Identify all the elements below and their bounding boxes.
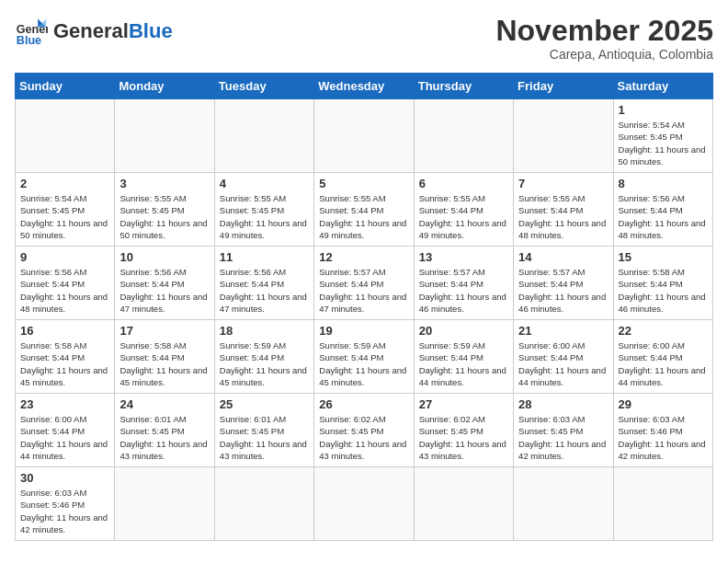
day-cell-26: 26 Sunrise: 6:02 AMSunset: 5:45 PMDaylig…: [314, 394, 414, 467]
day-cell-15: 15 Sunrise: 5:58 AMSunset: 5:44 PMDaylig…: [613, 247, 712, 320]
empty-cell: [214, 99, 313, 173]
day-number-4: 4: [220, 177, 309, 190]
day-number-11: 11: [220, 250, 309, 264]
title-block: November 2025 Carepa, Antioquia, Colombi…: [495, 15, 713, 62]
day-cell-19: 19 Sunrise: 5:59 AMSunset: 5:44 PMDaylig…: [314, 320, 414, 394]
day-cell-25: 25 Sunrise: 6:01 AMSunset: 5:45 PMDaylig…: [214, 394, 313, 467]
month-title: November 2025: [495, 15, 713, 47]
day-cell-18: 18 Sunrise: 5:59 AMSunset: 5:44 PMDaylig…: [214, 320, 313, 394]
day-number-30: 30: [20, 471, 109, 485]
day-info-25: Sunrise: 6:01 AMSunset: 5:45 PMDaylight:…: [220, 413, 309, 462]
day-info-16: Sunrise: 5:58 AMSunset: 5:44 PMDaylight:…: [20, 339, 109, 388]
col-friday: Friday: [514, 74, 613, 99]
day-info-1: Sunrise: 5:54 AMSunset: 5:45 PMDaylight:…: [619, 119, 708, 167]
day-cell-4: 4 Sunrise: 5:55 AMSunset: 5:45 PMDayligh…: [214, 173, 313, 247]
day-info-7: Sunrise: 5:55 AMSunset: 5:44 PMDaylight:…: [518, 192, 608, 241]
day-number-12: 12: [319, 250, 408, 264]
day-info-20: Sunrise: 5:59 AMSunset: 5:44 PMDaylight:…: [419, 339, 508, 388]
day-cell-29: 29 Sunrise: 6:03 AMSunset: 5:46 PMDaylig…: [613, 394, 712, 467]
day-number-7: 7: [518, 177, 608, 190]
day-number-9: 9: [20, 250, 109, 264]
location: Carepa, Antioquia, Colombia: [495, 47, 713, 62]
col-monday: Monday: [115, 74, 214, 99]
day-number-18: 18: [220, 324, 309, 338]
day-info-19: Sunrise: 5:59 AMSunset: 5:44 PMDaylight:…: [319, 339, 408, 388]
calendar-table: Sunday Monday Tuesday Wednesday Thursday…: [15, 73, 713, 541]
day-number-22: 22: [619, 324, 708, 338]
day-info-17: Sunrise: 5:58 AMSunset: 5:44 PMDaylight:…: [119, 339, 209, 388]
day-number-2: 2: [20, 177, 109, 190]
calendar-header-row: Sunday Monday Tuesday Wednesday Thursday…: [16, 74, 713, 99]
day-info-12: Sunrise: 5:57 AMSunset: 5:44 PMDaylight:…: [319, 266, 408, 315]
day-number-10: 10: [119, 250, 209, 264]
day-number-26: 26: [319, 397, 408, 411]
logo-text: GeneralBlue: [53, 21, 173, 41]
empty-cell: [115, 99, 214, 173]
day-cell-24: 24 Sunrise: 6:01 AMSunset: 5:45 PMDaylig…: [115, 394, 214, 467]
day-cell-30: 30 Sunrise: 6:03 AMSunset: 5:46 PMDaylig…: [16, 467, 115, 541]
day-info-6: Sunrise: 5:55 AMSunset: 5:44 PMDaylight:…: [419, 192, 508, 241]
day-info-10: Sunrise: 5:56 AMSunset: 5:44 PMDaylight:…: [119, 266, 209, 315]
day-info-24: Sunrise: 6:01 AMSunset: 5:45 PMDaylight:…: [119, 413, 209, 462]
empty-cell: [414, 99, 513, 173]
logo-icon: General Blue: [15, 15, 48, 48]
day-number-25: 25: [220, 397, 309, 411]
day-cell-7: 7 Sunrise: 5:55 AMSunset: 5:44 PMDayligh…: [514, 173, 613, 247]
day-info-27: Sunrise: 6:02 AMSunset: 5:45 PMDaylight:…: [419, 413, 508, 462]
calendar-row: 2 Sunrise: 5:54 AMSunset: 5:45 PMDayligh…: [16, 173, 713, 247]
day-cell-20: 20 Sunrise: 5:59 AMSunset: 5:44 PMDaylig…: [414, 320, 513, 394]
empty-cell: [514, 467, 613, 541]
day-info-18: Sunrise: 5:59 AMSunset: 5:44 PMDaylight:…: [220, 339, 309, 388]
day-cell-17: 17 Sunrise: 5:58 AMSunset: 5:44 PMDaylig…: [115, 320, 214, 394]
col-saturday: Saturday: [613, 74, 712, 99]
day-cell-22: 22 Sunrise: 6:00 AMSunset: 5:44 PMDaylig…: [613, 320, 712, 394]
day-cell-5: 5 Sunrise: 5:55 AMSunset: 5:44 PMDayligh…: [314, 173, 414, 247]
calendar-row: 9 Sunrise: 5:56 AMSunset: 5:44 PMDayligh…: [16, 247, 713, 320]
day-info-29: Sunrise: 6:03 AMSunset: 5:46 PMDaylight:…: [619, 413, 708, 462]
empty-cell: [115, 467, 214, 541]
day-cell-1: 1 Sunrise: 5:54 AMSunset: 5:45 PMDayligh…: [613, 99, 712, 173]
day-number-29: 29: [619, 397, 708, 411]
day-info-11: Sunrise: 5:56 AMSunset: 5:44 PMDaylight:…: [220, 266, 309, 315]
day-info-22: Sunrise: 6:00 AMSunset: 5:44 PMDaylight:…: [619, 339, 708, 388]
svg-text:Blue: Blue: [17, 34, 41, 47]
col-tuesday: Tuesday: [214, 74, 313, 99]
day-cell-21: 21 Sunrise: 6:00 AMSunset: 5:44 PMDaylig…: [514, 320, 613, 394]
day-number-6: 6: [419, 177, 508, 190]
day-cell-13: 13 Sunrise: 5:57 AMSunset: 5:44 PMDaylig…: [414, 247, 513, 320]
day-number-14: 14: [518, 250, 608, 264]
day-info-2: Sunrise: 5:54 AMSunset: 5:45 PMDaylight:…: [20, 192, 109, 241]
day-number-20: 20: [419, 324, 508, 338]
calendar-row: 30 Sunrise: 6:03 AMSunset: 5:46 PMDaylig…: [16, 467, 713, 541]
day-cell-10: 10 Sunrise: 5:56 AMSunset: 5:44 PMDaylig…: [115, 247, 214, 320]
logo: General Blue GeneralBlue: [15, 15, 173, 48]
day-cell-14: 14 Sunrise: 5:57 AMSunset: 5:44 PMDaylig…: [514, 247, 613, 320]
empty-cell: [414, 467, 513, 541]
day-number-5: 5: [319, 177, 408, 190]
day-number-19: 19: [319, 324, 408, 338]
day-number-8: 8: [619, 177, 708, 190]
day-cell-9: 9 Sunrise: 5:56 AMSunset: 5:44 PMDayligh…: [16, 247, 115, 320]
empty-cell: [514, 99, 613, 173]
day-info-4: Sunrise: 5:55 AMSunset: 5:45 PMDaylight:…: [220, 192, 309, 241]
day-number-1: 1: [619, 103, 708, 117]
day-number-23: 23: [20, 397, 109, 411]
day-number-13: 13: [419, 250, 508, 264]
day-number-28: 28: [518, 397, 608, 411]
calendar-row: 16 Sunrise: 5:58 AMSunset: 5:44 PMDaylig…: [16, 320, 713, 394]
day-number-16: 16: [20, 324, 109, 338]
empty-cell: [314, 467, 414, 541]
empty-cell: [214, 467, 313, 541]
day-info-15: Sunrise: 5:58 AMSunset: 5:44 PMDaylight:…: [619, 266, 708, 315]
day-info-13: Sunrise: 5:57 AMSunset: 5:44 PMDaylight:…: [419, 266, 508, 315]
day-info-9: Sunrise: 5:56 AMSunset: 5:44 PMDaylight:…: [20, 266, 109, 315]
day-cell-28: 28 Sunrise: 6:03 AMSunset: 5:45 PMDaylig…: [514, 394, 613, 467]
day-info-30: Sunrise: 6:03 AMSunset: 5:46 PMDaylight:…: [20, 487, 109, 535]
day-number-24: 24: [119, 397, 209, 411]
day-info-8: Sunrise: 5:56 AMSunset: 5:44 PMDaylight:…: [619, 192, 708, 241]
empty-cell: [314, 99, 414, 173]
day-number-15: 15: [619, 250, 708, 264]
day-number-21: 21: [518, 324, 608, 338]
day-cell-3: 3 Sunrise: 5:55 AMSunset: 5:45 PMDayligh…: [115, 173, 214, 247]
calendar-row-1: 1 Sunrise: 5:54 AMSunset: 5:45 PMDayligh…: [16, 99, 713, 173]
